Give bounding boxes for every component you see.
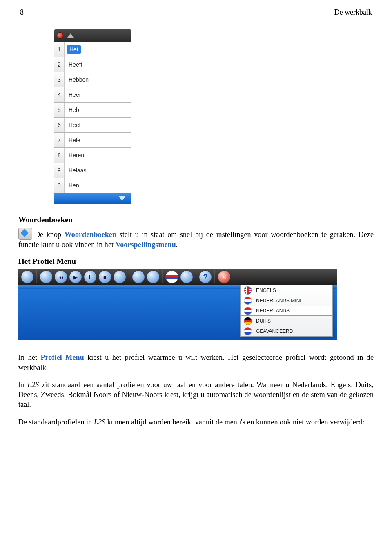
chevron-down-icon[interactable] xyxy=(119,196,125,201)
toolbar-button-screen[interactable] xyxy=(132,270,145,283)
close-icon[interactable] xyxy=(57,32,63,39)
product-name: L2S xyxy=(27,381,39,389)
text: . xyxy=(176,241,178,249)
toolbar-button-close[interactable]: ✕ xyxy=(218,270,231,283)
wordlist-word: Heeft xyxy=(65,57,131,72)
wordlist-number: 1 xyxy=(54,42,65,57)
wordlist-row[interactable]: 7Hele xyxy=(54,133,131,148)
link-voorspellingsmenu[interactable]: Voorspellingsmenu xyxy=(116,241,176,249)
wordlist-word: Heren xyxy=(65,148,131,163)
wordlist-row[interactable]: 8Heren xyxy=(54,148,131,163)
wordlist-row[interactable]: 6Heel xyxy=(54,118,131,133)
profile-menu-item[interactable]: ENGELS xyxy=(241,285,332,295)
wordlist-number: 8 xyxy=(54,148,65,163)
paragraph-woordenboeken: De knop Woordenboeken stelt u in staat o… xyxy=(18,228,374,250)
profile-menu-item[interactable]: GEAVANCEERD xyxy=(241,326,332,336)
toolbar-button-power[interactable] xyxy=(147,270,160,283)
link-profiel-menu[interactable]: Profiel Menu xyxy=(41,353,84,361)
page-number: 8 xyxy=(20,8,24,17)
profile-dropdown: ENGELSNEDERLANDS MININEDERLANDSDUITSGEAV… xyxy=(240,285,333,337)
wordlist-word: Hebben xyxy=(65,72,131,87)
wordlist-row[interactable]: 4Heer xyxy=(54,87,131,103)
toolbar-divider xyxy=(129,270,129,283)
wordlist-word: Heb xyxy=(65,103,131,117)
wordlist-word: Hele xyxy=(65,133,131,147)
toolbar-divider xyxy=(214,270,215,283)
text: In het xyxy=(18,353,41,361)
page-header: 8 De werkbalk xyxy=(18,8,374,18)
toolbar: ⏮ ▶ ⏸ ■ ? ✕ xyxy=(18,269,337,285)
wordlist-word: Helaas xyxy=(65,163,131,178)
toolbar-button-next[interactable] xyxy=(113,270,126,283)
wordlist-rows: 1Het2Heeft3Hebben4Heer5Heb6Heel7Hele8Her… xyxy=(54,42,131,193)
flag-icon xyxy=(244,297,252,305)
word-prediction-screenshot: 1Het2Heeft3Hebben4Heer5Heb6Heel7Hele8Her… xyxy=(54,29,131,204)
product-name: L2S xyxy=(94,418,105,426)
wordlist-word: Heel xyxy=(65,118,131,132)
toolbar-divider xyxy=(162,270,163,283)
wordlist-footer xyxy=(54,193,131,204)
profile-menu-item[interactable]: DUITS xyxy=(241,316,332,326)
wordlist-row[interactable]: 9Helaas xyxy=(54,163,131,178)
section-heading-woordenboeken: Woordenboeken xyxy=(18,215,374,224)
toolbar-button-language[interactable] xyxy=(165,270,178,283)
paragraph-profiel-1: In het Profiel Menu kiest u het profiel … xyxy=(18,353,374,373)
wordlist-number: 4 xyxy=(54,87,65,102)
wordlist-word: Hen xyxy=(65,178,131,193)
profile-menu-label: GEAVANCEERD xyxy=(256,328,293,334)
wordlist-word: Het xyxy=(65,42,131,57)
toolbar-button-1[interactable] xyxy=(21,270,34,283)
toolbar-button-prev[interactable]: ⏮ xyxy=(54,270,67,283)
profile-menu-label: NEDERLANDS MINI xyxy=(256,298,301,303)
wordlist-row[interactable]: 2Heeft xyxy=(54,57,131,72)
wordlist-row[interactable]: 3Hebben xyxy=(54,72,131,87)
profile-menu-label: NEDERLANDS xyxy=(256,308,290,314)
wordlist-word: Heer xyxy=(65,87,131,102)
page-title: De werkbalk xyxy=(334,8,372,17)
link-woordenboeken[interactable]: Woordenboeken xyxy=(65,230,116,239)
toolbar-divider xyxy=(36,270,37,283)
collapse-icon[interactable] xyxy=(67,33,74,38)
paragraph-profiel-2: In L2S zit standaard een aantal profiele… xyxy=(18,380,374,410)
wordlist-number: 2 xyxy=(54,57,65,72)
toolbar-button-settings[interactable] xyxy=(180,270,193,283)
section-heading-profielmenu: Het Profiel Menu xyxy=(18,257,374,266)
wordlist-number: 9 xyxy=(54,163,65,178)
text: kunnen altijd worden bereikt vanuit de m… xyxy=(105,418,364,426)
paragraph-profiel-3: De standaardprofielen in L2S kunnen alti… xyxy=(18,417,374,427)
page-content: 8 De werkbalk 1Het2Heeft3Hebben4Heer5Heb… xyxy=(0,0,392,451)
toolbar-button-pause[interactable]: ⏸ xyxy=(84,270,97,283)
wordlist-number: 0 xyxy=(54,178,65,193)
wordlist-number: 7 xyxy=(54,133,65,147)
text: zit standaard een aantal profielen voor … xyxy=(18,381,374,409)
wordlist-number: 3 xyxy=(54,72,65,87)
dictionaries-icon[interactable] xyxy=(18,228,32,240)
toolbar-button-speak[interactable] xyxy=(40,270,53,283)
wordlist-row[interactable]: 5Heb xyxy=(54,103,131,118)
flag-icon xyxy=(244,327,252,335)
flag-icon xyxy=(244,317,252,325)
text: De standaardprofielen in xyxy=(18,418,94,426)
profile-menu-item[interactable]: NEDERLANDS MINI xyxy=(241,295,332,306)
wordlist-row[interactable]: 1Het xyxy=(54,42,131,57)
header-divider xyxy=(18,18,374,18)
flag-icon xyxy=(244,286,252,295)
profile-menu-label: DUITS xyxy=(256,318,271,324)
wordlist-number: 6 xyxy=(54,118,65,132)
wordlist-row[interactable]: 0Hen xyxy=(54,178,131,193)
toolbar-button-help[interactable]: ? xyxy=(199,270,212,283)
toolbar-divider xyxy=(196,270,196,283)
flag-icon xyxy=(244,307,252,315)
text: De knop xyxy=(35,230,65,239)
text: In xyxy=(18,381,27,389)
profile-menu-screenshot: ⏮ ▶ ⏸ ■ ? ✕ ENGELSNEDERLANDS MININEDERLA… xyxy=(18,269,337,340)
profile-menu-item[interactable]: NEDERLANDS xyxy=(241,306,332,316)
wordlist-titlebar xyxy=(54,29,131,42)
wordlist-number: 5 xyxy=(54,103,65,117)
toolbar-button-play[interactable]: ▶ xyxy=(69,270,82,283)
toolbar-button-stop[interactable]: ■ xyxy=(98,270,111,283)
profile-menu-label: ENGELS xyxy=(256,288,276,293)
